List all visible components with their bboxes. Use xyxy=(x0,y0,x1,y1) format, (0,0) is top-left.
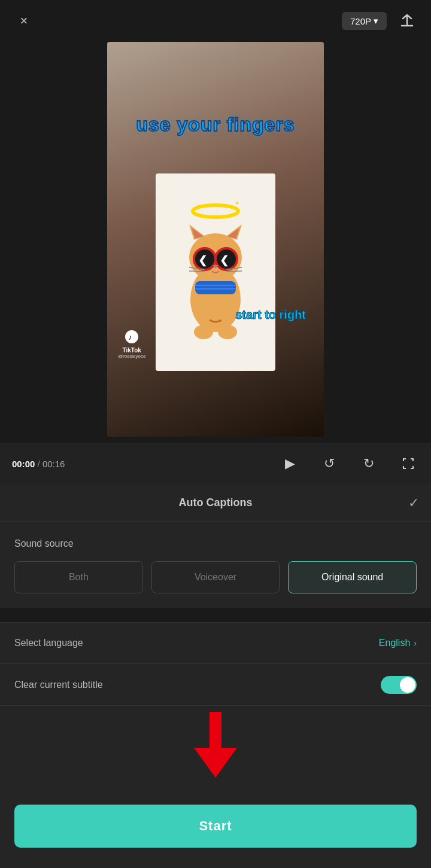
cat-illustration: ✦ ✦ ❮ ❮ xyxy=(168,194,263,350)
current-time: 00:00 xyxy=(12,459,35,469)
arrow-section xyxy=(0,706,431,784)
select-language-row[interactable]: Select language English › xyxy=(0,622,431,664)
down-arrow-icon xyxy=(194,712,237,778)
tiktok-watermark: ♪ TikTok @rossieyoce xyxy=(118,330,145,359)
play-button[interactable]: ▶ xyxy=(279,453,301,474)
control-buttons: ▶ ↺ ↻ xyxy=(279,453,419,474)
svg-text:✦: ✦ xyxy=(196,203,201,209)
svg-point-22 xyxy=(194,325,213,339)
svg-rect-19 xyxy=(195,281,236,294)
auto-captions-title: Auto Captions xyxy=(179,497,253,509)
export-button[interactable] xyxy=(395,9,419,33)
video-overlay-text: use your fingers xyxy=(136,114,295,136)
voiceover-option[interactable]: Voiceover xyxy=(151,561,280,593)
chevron-right-icon: › xyxy=(414,638,417,648)
start-button[interactable]: Start xyxy=(14,805,417,848)
clear-subtitle-label: Clear current subtitle xyxy=(14,680,103,690)
quality-button[interactable]: 720P ▾ xyxy=(342,12,387,30)
video-preview: use your fingers ✦ ✦ ❮ xyxy=(107,42,324,437)
forward-button[interactable]: ↻ xyxy=(358,453,380,474)
svg-text:♪: ♪ xyxy=(128,333,132,342)
toggle-knob xyxy=(400,677,415,693)
fullscreen-button[interactable] xyxy=(397,453,419,474)
svg-text:❮: ❮ xyxy=(198,254,207,267)
start-to-right-text: start to right xyxy=(235,308,306,322)
clear-subtitle-row: Clear current subtitle xyxy=(0,664,431,706)
sound-options: Both Voiceover Original sound xyxy=(14,561,417,593)
controls-bar: 00:00 / 00:16 ▶ ↺ ↻ xyxy=(0,443,431,485)
svg-text:❮: ❮ xyxy=(220,254,229,267)
top-bar: × 720P ▾ xyxy=(0,0,431,42)
tiktok-user: @rossieyoce xyxy=(118,354,145,359)
cat-card: ✦ ✦ ❮ ❮ xyxy=(156,173,275,371)
tiktok-label: TikTok xyxy=(123,347,141,354)
time-display: 00:00 / 00:16 xyxy=(12,459,84,469)
language-value: English › xyxy=(379,638,417,648)
sound-source-label: Sound source xyxy=(14,538,417,549)
auto-captions-header: Auto Captions ✓ xyxy=(0,485,431,522)
start-button-section: Start xyxy=(0,784,431,868)
total-time: 00:16 xyxy=(43,459,65,469)
clear-subtitle-toggle[interactable] xyxy=(381,676,417,694)
svg-point-23 xyxy=(218,325,237,339)
rewind-button[interactable]: ↺ xyxy=(318,453,340,474)
svg-text:✦: ✦ xyxy=(235,200,239,206)
confirm-button[interactable]: ✓ xyxy=(408,495,419,511)
svg-line-18 xyxy=(226,271,242,272)
both-option[interactable]: Both xyxy=(14,561,143,593)
language-text: English xyxy=(379,638,410,648)
close-button[interactable]: × xyxy=(12,9,36,33)
top-right-controls: 720P ▾ xyxy=(342,9,419,33)
sound-source-section: Sound source Both Voiceover Original sou… xyxy=(0,522,431,608)
select-language-label: Select language xyxy=(14,638,83,648)
original-sound-option[interactable]: Original sound xyxy=(288,561,417,593)
svg-line-16 xyxy=(189,271,205,272)
